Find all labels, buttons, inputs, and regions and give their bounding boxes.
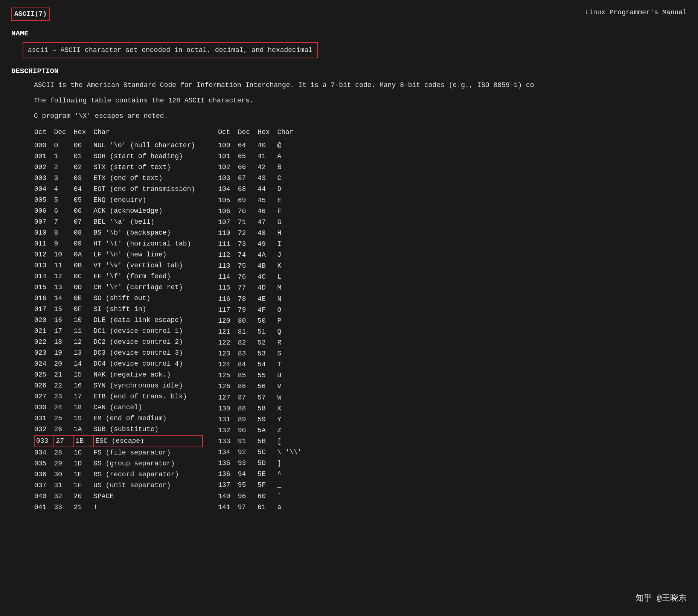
- table-cell: 010: [34, 227, 54, 238]
- table-cell: 034: [34, 447, 54, 458]
- table-cell: 021: [34, 326, 54, 337]
- table-cell: 74: [238, 250, 258, 261]
- table-row: 1238353S: [218, 348, 309, 359]
- table-row: 0221812DC2 (device control 2): [34, 337, 203, 348]
- table-cell: 017: [34, 304, 54, 315]
- table-cell: 1C: [74, 447, 93, 458]
- table-cell: 94: [238, 469, 258, 480]
- table-cell: 104: [218, 184, 238, 195]
- table-cell: SI (shift in): [93, 304, 203, 315]
- table-cell: 20: [54, 358, 73, 369]
- table-cell: M: [277, 282, 309, 293]
- table-cell: 115: [218, 282, 238, 293]
- table-cell: @: [277, 140, 309, 151]
- table-cell: 18: [54, 337, 73, 348]
- table-row: 033271BESC (escape): [34, 435, 203, 447]
- table-cell: 111: [218, 239, 238, 250]
- table-cell: 1B: [74, 435, 93, 447]
- table-cell: 66: [238, 162, 258, 173]
- table-cell: 40: [258, 140, 277, 151]
- table-row: 005505ENQ (enquiry): [34, 195, 203, 206]
- table-row: 1117349I: [218, 239, 309, 250]
- table-cell: 100: [218, 140, 238, 151]
- table-cell: `: [277, 491, 309, 502]
- table-cell: 1E: [74, 469, 93, 480]
- table-cell: 60: [258, 491, 277, 502]
- table-cell: 73: [238, 239, 258, 250]
- table-cell: DC2 (device control 2): [93, 337, 203, 348]
- table-cell: 013: [34, 260, 54, 271]
- table-cell: 141: [218, 502, 238, 513]
- table-row: 132905AZ: [218, 425, 309, 436]
- table-cell: P: [277, 316, 309, 326]
- table-cell: 9: [54, 238, 73, 249]
- table-cell: 57: [258, 392, 277, 403]
- desc-para3: C program '\X' escapes are noted.: [34, 111, 687, 121]
- desc-para1: ASCII is the American Standard Code for …: [34, 80, 687, 90]
- table-cell: 037: [34, 480, 54, 491]
- table-cell: 035: [34, 458, 54, 469]
- table-cell: 51: [258, 326, 277, 337]
- table-row: 1077147G: [218, 217, 309, 228]
- table-cell: 95: [238, 480, 258, 491]
- table-row: 0413321!: [34, 502, 203, 513]
- table-cell: 31: [54, 480, 73, 491]
- table-cell: EM (end of medium): [93, 413, 203, 424]
- table-row: 0252115NAK (negative ack.): [34, 369, 203, 380]
- table-row: 013110BVT '\v' (vertical tab): [34, 260, 203, 271]
- table-cell: DC1 (device control 1): [93, 326, 203, 337]
- table-cell: 03: [74, 173, 93, 184]
- table-cell: 5F: [258, 480, 277, 491]
- man-page-title: ASCII(7): [11, 8, 50, 21]
- table-cell: 0F: [74, 304, 93, 315]
- col-hex-r: Hex: [258, 127, 277, 140]
- table-cell: _: [277, 480, 309, 491]
- left-ascii-table: Oct Dec Hex Char 000000NUL '\0' (null ch…: [34, 127, 203, 513]
- table-cell: 17: [54, 326, 73, 337]
- table-cell: 110: [218, 228, 238, 239]
- table-cell: 58: [258, 403, 277, 414]
- table-cell: 96: [238, 491, 258, 502]
- table-cell: 137: [218, 480, 238, 491]
- table-cell: 4: [54, 184, 73, 195]
- table-cell: 92: [238, 447, 258, 458]
- table-cell: 71: [238, 217, 258, 228]
- table-cell: 75: [238, 261, 258, 271]
- table-cell: 033: [34, 435, 54, 447]
- table-cell: 23: [54, 391, 73, 402]
- table-cell: 88: [238, 403, 258, 414]
- table-cell: NUL '\0' (null character): [93, 140, 203, 151]
- table-cell: 016: [34, 293, 54, 304]
- table-cell: 76: [238, 271, 258, 282]
- description-label: DESCRIPTION: [11, 66, 687, 77]
- table-cell: 124: [218, 359, 238, 370]
- name-label: NAME: [11, 28, 687, 39]
- table-cell: 022: [34, 337, 54, 348]
- table-row: 1258555U: [218, 370, 309, 381]
- table-cell: G: [277, 217, 309, 228]
- table-cell: 112: [218, 250, 238, 261]
- table-cell: 130: [218, 403, 238, 414]
- table-cell: 103: [218, 173, 238, 184]
- watermark: 知乎 @王晓东: [636, 592, 687, 605]
- table-cell: 006: [34, 206, 54, 217]
- table-cell: 12: [74, 337, 93, 348]
- table-cell: 42: [258, 162, 277, 173]
- name-description: ascii – ASCII character set encoded in o…: [23, 42, 318, 58]
- table-cell: V: [277, 381, 309, 392]
- table-cell: 80: [238, 316, 258, 326]
- table-cell: 001: [34, 151, 54, 162]
- table-cell: GS (group separator): [93, 458, 203, 469]
- manual-name: Linux Programmer's Manual: [585, 8, 687, 18]
- table-cell: 08: [74, 227, 93, 238]
- table-row: 014120CFF '\f' (form feed): [34, 271, 203, 282]
- table-cell: 1F: [74, 480, 93, 491]
- table-cell: 87: [238, 392, 258, 403]
- table-cell: 26: [54, 424, 73, 435]
- table-cell: FS (file separator): [93, 447, 203, 458]
- table-cell: 54: [258, 359, 277, 370]
- table-cell: 136: [218, 469, 238, 480]
- table-row: 011909HT '\t' (horizontal tab): [34, 238, 203, 249]
- table-cell: 4C: [258, 271, 277, 282]
- table-cell: 07: [74, 217, 93, 227]
